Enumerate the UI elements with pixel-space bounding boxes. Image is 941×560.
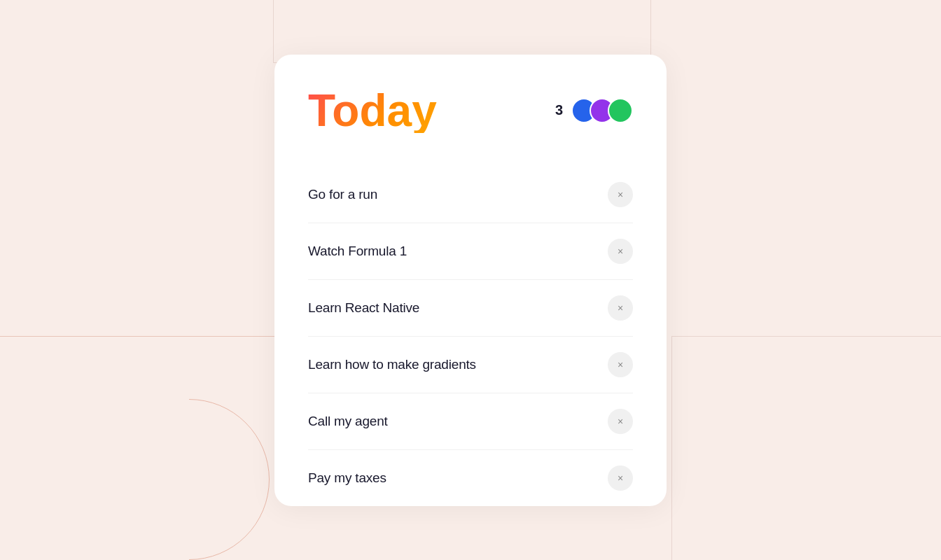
task-item: Learn how to make gradients×: [308, 337, 633, 393]
task-close-button-5[interactable]: ×: [608, 409, 633, 434]
page-title: Today: [308, 88, 437, 133]
main-card: Today 3 Go for a run×Watch Formula 1×Lea…: [274, 55, 667, 506]
task-text: Pay my taxes: [308, 470, 386, 486]
task-text: Learn React Native: [308, 300, 419, 316]
task-close-button-3[interactable]: ×: [608, 295, 633, 321]
task-text: Go for a run: [308, 187, 377, 202]
avatar-dots: [571, 98, 633, 123]
avatars-group: 3: [555, 98, 633, 123]
task-text: Watch Formula 1: [308, 244, 407, 259]
task-item: Go for a run×: [308, 167, 633, 223]
task-list: Go for a run×Watch Formula 1×Learn React…: [308, 167, 633, 506]
avatar-count: 3: [555, 102, 563, 118]
task-close-button-1[interactable]: ×: [608, 182, 633, 207]
task-text: Learn how to make gradients: [308, 357, 476, 372]
task-item: Learn React Native×: [308, 280, 633, 337]
task-close-button-4[interactable]: ×: [608, 352, 633, 377]
card-header: Today 3: [308, 88, 633, 133]
task-item: Watch Formula 1×: [308, 223, 633, 280]
task-close-button-2[interactable]: ×: [608, 239, 633, 264]
task-item: Pay my taxes×: [308, 450, 633, 506]
avatar-3: [608, 98, 633, 123]
task-item: Call my agent×: [308, 393, 633, 450]
task-text: Call my agent: [308, 414, 388, 429]
task-close-button-6[interactable]: ×: [608, 465, 633, 491]
